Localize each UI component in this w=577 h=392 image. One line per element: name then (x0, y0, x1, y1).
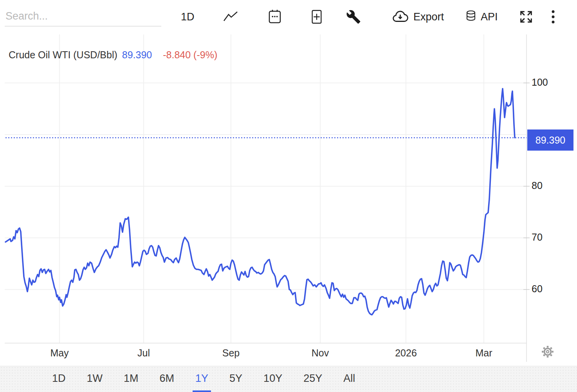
price-series-line (5, 89, 515, 315)
fullscreen-button[interactable] (518, 0, 534, 34)
toolbar: 1D (0, 0, 577, 34)
export-label: Export (413, 11, 444, 23)
range-tabs: 1D1W1M6M1Y5Y10Y25YAll (49, 366, 358, 392)
range-tab-10y[interactable]: 10Y (261, 366, 285, 392)
interval-button[interactable]: 1D (181, 0, 195, 34)
database-icon (465, 9, 477, 24)
gear-icon (541, 354, 554, 360)
kebab-menu-button[interactable] (550, 0, 556, 34)
range-tab-1d[interactable]: 1D (49, 366, 69, 392)
current-price-tag: 89.390 (527, 129, 573, 151)
range-tab-5y[interactable]: 5Y (227, 366, 245, 392)
x-axis-label: May (50, 347, 69, 359)
instrument-change: -8.840 (-9%) (163, 49, 217, 60)
line-chart-icon (222, 10, 239, 23)
interval-label: 1D (181, 11, 195, 23)
calendar-icon (268, 9, 282, 25)
range-tab-6m[interactable]: 6M (157, 366, 177, 392)
y-axis-label: 80 (532, 180, 543, 191)
x-axis-label: Mar (475, 347, 492, 359)
range-tab-1w[interactable]: 1W (84, 366, 106, 392)
settings-button[interactable] (541, 345, 554, 358)
search-input[interactable] (5, 6, 161, 27)
api-label: API (481, 11, 498, 23)
x-axis-label: Nov (312, 347, 329, 359)
chart-title: Crude Oil WTI (USD/Bbl)89.390-8.840 (-9%… (9, 49, 217, 61)
plus-box-icon (310, 9, 323, 25)
export-button[interactable]: Export (391, 0, 444, 34)
calendar-button[interactable] (268, 0, 282, 34)
tools-button[interactable] (346, 0, 361, 34)
x-axis-label: Sep (222, 347, 240, 359)
x-axis-label: Jul (137, 347, 150, 359)
cloud-download-icon (391, 10, 409, 24)
range-tab-all[interactable]: All (341, 366, 358, 392)
x-axis-label: 2026 (395, 347, 417, 359)
instrument-name: Crude Oil WTI (USD/Bbl) (9, 49, 117, 60)
range-tab-bar: 1D1W1M6M1Y5Y10Y25YAll (0, 366, 577, 392)
range-tab-25y[interactable]: 25Y (301, 366, 325, 392)
api-button[interactable]: API (465, 0, 498, 34)
add-indicator-button[interactable] (310, 0, 323, 34)
y-axis-label: 60 (532, 283, 543, 295)
y-axis-label: 70 (532, 232, 543, 243)
expand-icon (518, 9, 534, 25)
range-tab-1y[interactable]: 1Y (193, 366, 211, 392)
wrench-icon (346, 9, 361, 24)
range-tab-1m[interactable]: 1M (121, 366, 141, 392)
kebab-menu-icon (550, 9, 556, 25)
y-axis-label: 100 (532, 77, 548, 88)
instrument-price: 89.390 (122, 49, 152, 60)
chart-type-button[interactable] (222, 0, 239, 34)
